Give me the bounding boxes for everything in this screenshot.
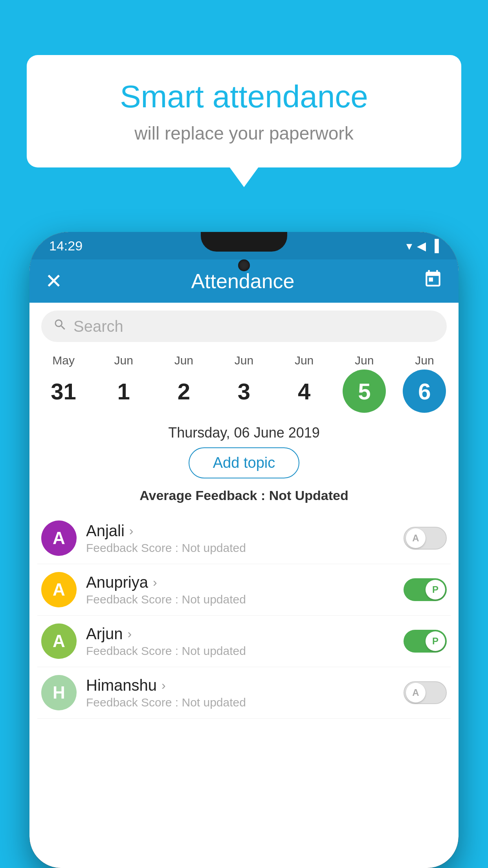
status-icons: ▾ ◀ ▐ <box>406 239 439 253</box>
chevron-right-icon: › <box>153 575 157 590</box>
toggle-knob: A <box>406 683 426 702</box>
date-month-label: Jun <box>415 354 434 367</box>
student-avatar: A <box>41 572 77 607</box>
signal-icon: ◀ <box>417 239 426 253</box>
student-info: Anjali ›Feedback Score : Not updated <box>86 522 404 555</box>
student-name: Himanshu › <box>86 677 404 694</box>
date-number: 5 <box>343 370 386 413</box>
toggle-knob: P <box>426 631 445 651</box>
chevron-right-icon: › <box>161 678 166 693</box>
chevron-right-icon: › <box>129 524 134 538</box>
phone-inner: 14:29 ▾ ◀ ▐ ✕ Attendance <box>29 232 459 868</box>
screen-content: Search May31Jun1Jun2Jun3Jun4Jun5Jun6 Thu… <box>29 303 459 719</box>
toggle-knob: A <box>406 528 426 548</box>
calendar-icon[interactable] <box>423 269 443 293</box>
calendar-date-2[interactable]: Jun2 <box>158 354 209 413</box>
date-number: 6 <box>403 370 446 413</box>
search-bar[interactable]: Search <box>41 311 447 342</box>
student-info: Anupriya ›Feedback Score : Not updated <box>86 574 404 606</box>
toggle-switch[interactable]: A <box>404 527 447 550</box>
date-month-label: Jun <box>295 354 314 367</box>
toggle-switch[interactable]: P <box>404 630 447 653</box>
speech-bubble: Smart attendance will replace your paper… <box>27 55 461 167</box>
wifi-icon: ▾ <box>406 239 412 253</box>
student-list: AAnjali ›Feedback Score : Not updatedAAA… <box>29 513 459 719</box>
search-icon <box>53 318 67 335</box>
date-number: 4 <box>283 370 326 413</box>
student-name: Arjun › <box>86 625 404 643</box>
calendar-strip: May31Jun1Jun2Jun3Jun4Jun5Jun6 <box>29 350 459 413</box>
toggle-switch[interactable]: P <box>404 578 447 601</box>
date-month-label: Jun <box>235 354 253 367</box>
student-feedback: Feedback Score : Not updated <box>86 593 404 606</box>
status-time: 14:29 <box>49 238 83 254</box>
student-info: Arjun ›Feedback Score : Not updated <box>86 625 404 658</box>
calendar-date-5[interactable]: Jun5 <box>339 354 390 413</box>
student-avatar: A <box>41 520 77 556</box>
add-topic-button[interactable]: Add topic <box>189 447 299 478</box>
student-feedback: Feedback Score : Not updated <box>86 644 404 658</box>
close-button[interactable]: ✕ <box>45 269 62 293</box>
attendance-toggle[interactable]: P <box>404 578 447 601</box>
avg-feedback: Average Feedback : Not Updated <box>29 488 459 503</box>
search-placeholder: Search <box>73 318 123 335</box>
student-item[interactable]: AAnupriya ›Feedback Score : Not updatedP <box>37 564 451 616</box>
student-item[interactable]: AArjun ›Feedback Score : Not updatedP <box>37 616 451 667</box>
avg-feedback-label: Average Feedback : <box>139 488 269 503</box>
attendance-toggle[interactable]: A <box>404 527 447 550</box>
bubble-subtitle: will replace your paperwork <box>58 123 430 144</box>
student-item[interactable]: AAnjali ›Feedback Score : Not updatedA <box>37 513 451 564</box>
calendar-date-4[interactable]: Jun4 <box>279 354 330 413</box>
status-bar: 14:29 ▾ ◀ ▐ <box>29 232 459 259</box>
bubble-title: Smart attendance <box>58 79 430 115</box>
phone-frame: 14:29 ▾ ◀ ▐ ✕ Attendance <box>29 232 459 868</box>
calendar-date-31[interactable]: May31 <box>38 354 89 413</box>
student-avatar: H <box>41 675 77 710</box>
date-month-label: Jun <box>114 354 133 367</box>
chevron-right-icon: › <box>127 627 132 641</box>
toggle-knob: P <box>426 580 445 600</box>
student-name: Anjali › <box>86 522 404 540</box>
attendance-toggle[interactable]: P <box>404 630 447 653</box>
date-number: 1 <box>102 370 145 413</box>
app-bar-title: Attendance <box>191 269 294 293</box>
speech-bubble-container: Smart attendance will replace your paper… <box>27 55 461 167</box>
avg-feedback-value: Not Updated <box>269 488 349 503</box>
calendar-date-3[interactable]: Jun3 <box>218 354 270 413</box>
date-month-label: Jun <box>174 354 193 367</box>
calendar-date-1[interactable]: Jun1 <box>98 354 149 413</box>
toggle-switch[interactable]: A <box>404 681 447 704</box>
student-info: Himanshu ›Feedback Score : Not updated <box>86 677 404 709</box>
date-month-label: Jun <box>355 354 374 367</box>
student-item[interactable]: HHimanshu ›Feedback Score : Not updatedA <box>37 667 451 719</box>
battery-icon: ▐ <box>431 239 439 252</box>
attendance-toggle[interactable]: A <box>404 681 447 704</box>
date-month-label: May <box>52 354 75 367</box>
student-feedback: Feedback Score : Not updated <box>86 541 404 555</box>
date-number: 31 <box>42 370 85 413</box>
date-number: 3 <box>222 370 266 413</box>
date-number: 2 <box>162 370 205 413</box>
calendar-date-6[interactable]: Jun6 <box>399 354 450 413</box>
student-name: Anupriya › <box>86 574 404 591</box>
selected-date-info: Thursday, 06 June 2019 <box>29 413 459 447</box>
student-feedback: Feedback Score : Not updated <box>86 696 404 709</box>
student-avatar: A <box>41 623 77 659</box>
camera-notch <box>238 259 250 271</box>
